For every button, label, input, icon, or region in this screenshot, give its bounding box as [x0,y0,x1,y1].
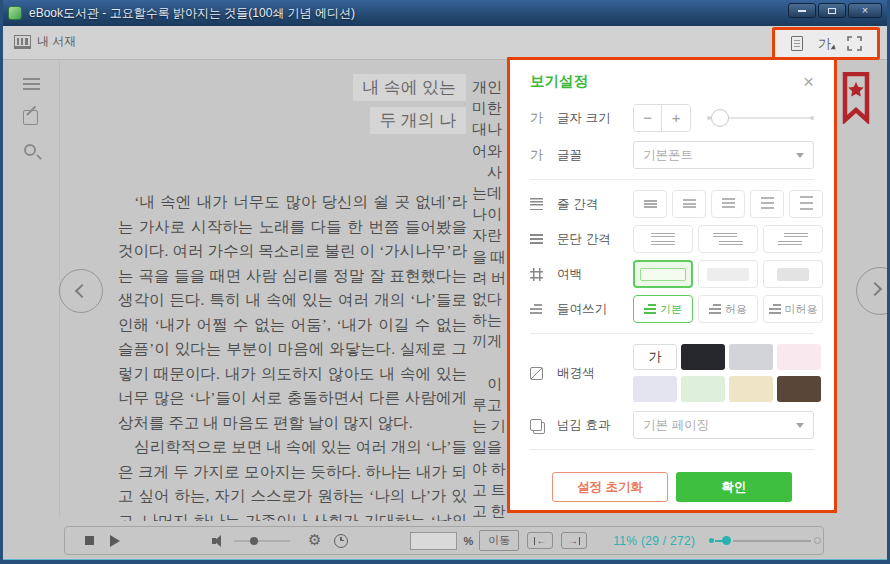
tts-play-button[interactable] [110,535,120,547]
bg-color-swatch-2[interactable] [681,344,725,370]
my-library-button[interactable]: 내 서재 [14,33,76,50]
line-spacing-option-4[interactable] [750,190,784,218]
top-toolbar: 내 서재 가 [0,26,890,60]
font-family-value: 기본폰트 [643,147,693,164]
paragraph-spacing-option-2[interactable] [698,225,758,253]
view-settings-icon[interactable]: 가 [818,36,831,51]
font-size-slider[interactable] [707,108,814,128]
bg-color-swatch-1[interactable]: 가 [633,344,677,370]
font-size-icon: 가 [530,109,557,127]
background-color-label: 배경색 [557,365,633,382]
volume-slider[interactable] [234,537,290,545]
page-effect-icon [530,419,557,431]
indent-option-disallow[interactable]: 미허용 [763,295,823,323]
volume-icon[interactable] [212,535,226,547]
paragraph-spacing-option-3[interactable] [763,225,823,253]
line-spacing-option-3[interactable] [711,190,745,218]
minimize-icon [798,10,806,12]
margin-option-1-selected[interactable] [633,260,693,288]
font-size-label: 글자 크기 [557,110,633,127]
line-spacing-option-1[interactable] [633,190,667,218]
chapter-title-line1: 내 속에 있는 [353,74,467,101]
percent-input[interactable] [410,532,457,550]
next-page-button[interactable] [856,267,890,315]
font-family-select[interactable]: 기본폰트 [633,141,814,169]
line-spacing-icon [530,198,557,210]
my-library-label: 내 서재 [37,33,76,50]
page-layout-icon[interactable] [791,36,803,51]
bg-color-swatch-6[interactable] [681,376,725,402]
line-spacing-option-5[interactable] [789,190,823,218]
maximize-button[interactable] [818,3,846,18]
table-of-contents-icon[interactable] [23,78,40,90]
window-title: eBook도서관 - 고요할수록 밝아지는 것들(100쇄 기념 에디션) [29,5,355,22]
margin-option-2[interactable] [698,260,758,288]
bg-color-swatch-5[interactable] [633,376,677,402]
font-size-increase-button[interactable]: + [662,105,690,131]
chevron-right-icon [868,282,882,296]
divider [530,179,814,180]
go-to-start-button[interactable]: ← [527,532,553,549]
note-edit-icon[interactable] [23,110,38,125]
confirm-button[interactable]: 확인 [676,472,792,502]
bg-color-swatch-4[interactable] [777,344,821,370]
divider [530,449,814,450]
margin-icon [530,268,557,281]
margin-option-3[interactable] [763,260,823,288]
chapter-title-line2: 두 개의 나 [370,107,467,134]
font-size-stepper: − + [633,104,691,132]
search-icon[interactable] [24,144,36,156]
percent-sign: % [463,535,473,547]
indent-icon [530,304,557,314]
font-family-icon: 가 [530,146,557,164]
app-icon [8,6,22,20]
chevron-down-icon [796,423,804,428]
view-settings-panel: 보기설정 × 가 글자 크기 − + 가 글꼴 기본폰트 [507,57,837,513]
margin-label: 여백 [557,266,633,283]
bg-color-swatches: 가 [633,344,821,402]
go-to-end-button[interactable]: → [561,532,587,549]
reading-progress-text: 11% (29 / 272) [613,534,695,548]
indent-option-allow[interactable]: 허용 [698,295,758,323]
progress-slider-handle[interactable] [722,536,731,545]
ebook-reader-window: eBook도서관 - 고요할수록 밝아지는 것들(100쇄 기념 에디션) × … [0,0,890,564]
indent-option-default-selected[interactable]: 기본 [633,295,693,323]
annotation-box-toolbar: 가 [772,27,880,60]
tts-stop-button[interactable] [85,536,94,545]
goto-button[interactable]: 이동 [479,530,519,551]
bg-color-swatch-3[interactable] [729,344,773,370]
reading-progress-slider[interactable] [709,535,821,546]
timer-icon[interactable] [334,534,348,548]
chevron-left-icon [75,284,89,298]
bookmark-ribbon-icon[interactable] [842,72,870,124]
book-paragraph: ‘내 속엔 내가 너무도 많아 당신의 쉴 곳 없네’라는 가사로 시작하는 노… [118,190,467,435]
fullscreen-icon[interactable] [847,36,862,51]
bottom-toolbar: ⚙ % 이동 ← → 11% (29 / 272) [0,521,890,557]
chevron-down-icon [796,153,804,158]
font-size-decrease-button[interactable]: − [634,105,662,131]
paragraph-spacing-option-1[interactable] [633,225,693,253]
background-color-icon [530,367,557,380]
titlebar: eBook도서관 - 고요할수록 밝아지는 것들(100쇄 기념 에디션) × [0,0,890,26]
indent-label: 들여쓰기 [557,301,633,318]
panel-close-icon[interactable]: × [803,72,814,91]
font-size-slider-handle[interactable] [711,109,729,127]
bookshelf-icon [14,35,31,49]
page-effect-select[interactable]: 기본 페이징 [633,411,814,439]
divider [530,333,814,334]
close-button[interactable]: × [848,3,882,18]
reset-settings-button[interactable]: 설정 초기화 [552,472,668,502]
paragraph-spacing-icon [530,234,557,244]
bg-color-swatch-8[interactable] [777,376,821,402]
gear-icon[interactable]: ⚙ [308,533,321,548]
previous-page-button[interactable] [59,269,103,313]
page-effect-value: 기본 페이징 [643,417,709,434]
bg-color-swatch-7[interactable] [729,376,773,402]
line-spacing-label: 줄 간격 [557,196,633,213]
volume-slider-handle[interactable] [250,537,258,545]
line-spacing-option-2[interactable] [672,190,706,218]
maximize-icon [828,8,836,14]
chapter-title: 내 속에 있는 두 개의 나 [283,74,466,140]
font-family-label: 글꼴 [557,147,633,164]
minimize-button[interactable] [788,3,816,18]
